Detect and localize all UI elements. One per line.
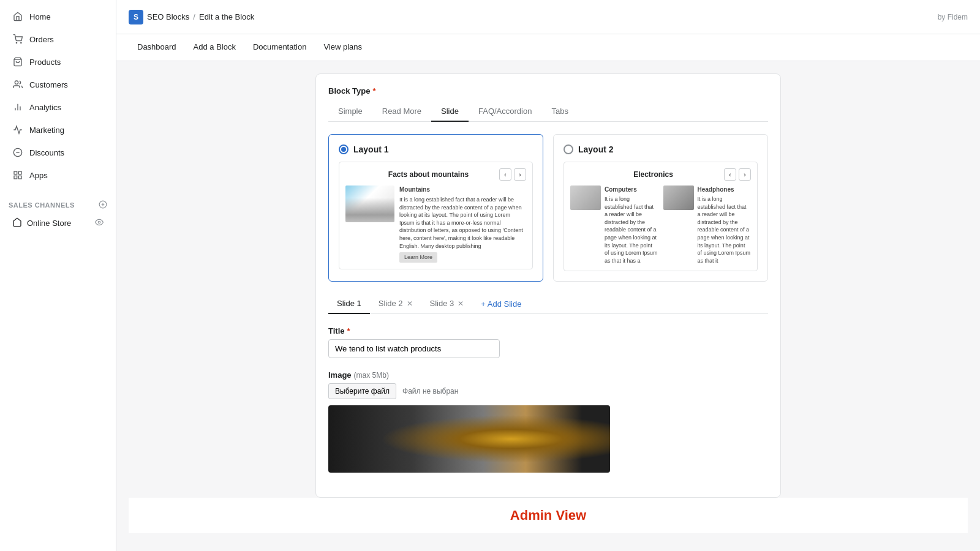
layout2-arrows: ‹ › bbox=[724, 168, 751, 181]
block-type-section: Block Type * Simple Read More Slide FAQ/… bbox=[328, 86, 768, 122]
sidebar-item-home-label: Home bbox=[29, 12, 51, 21]
layout-option-2[interactable]: Layout 2 Electronics ‹ › bbox=[553, 134, 768, 282]
slide-tab-2[interactable]: Slide 2 ✕ bbox=[370, 294, 421, 314]
layout1-arrows: ‹ › bbox=[499, 168, 526, 181]
admin-view-banner: Admin View bbox=[129, 498, 968, 533]
layout2-next-arrow[interactable]: › bbox=[739, 168, 751, 181]
breadcrumb-page-title: Edit a the Block bbox=[199, 12, 254, 21]
slide-tab-1[interactable]: Slide 1 bbox=[328, 294, 370, 314]
page-content: Block Type * Simple Read More Slide FAQ/… bbox=[116, 61, 980, 551]
layout2-item2-body: It is a long established fact that a rea… bbox=[698, 195, 752, 264]
watch-image bbox=[328, 405, 610, 473]
layout2-label: Layout 2 bbox=[578, 144, 614, 154]
sidebar-item-discounts[interactable]: Discounts bbox=[4, 141, 112, 163]
svg-rect-12 bbox=[18, 176, 21, 179]
tab-read-more[interactable]: Read More bbox=[372, 102, 431, 122]
layout-option-1[interactable]: Layout 1 Facts about mountains ‹ › bbox=[328, 134, 543, 282]
required-star: * bbox=[372, 86, 375, 96]
main-content: S SEO Blocks / Edit a the Block by Fidem… bbox=[116, 0, 980, 551]
layout1-next-arrow[interactable]: › bbox=[514, 168, 526, 181]
layout1-preview-body: It is a long established fact that a rea… bbox=[399, 196, 526, 250]
layout2-item1-image bbox=[570, 186, 601, 210]
image-field: Image (max 5Mb) Выберите файл Файл не вы… bbox=[328, 370, 768, 473]
app-icon: S bbox=[129, 10, 143, 24]
svg-rect-10 bbox=[18, 171, 21, 174]
image-preview bbox=[328, 405, 610, 473]
sidebar-item-analytics[interactable]: Analytics bbox=[4, 96, 112, 118]
sidebar-item-home[interactable]: Home bbox=[4, 6, 112, 28]
svg-point-16 bbox=[98, 221, 100, 223]
svg-rect-11 bbox=[14, 176, 17, 179]
sidebar-item-apps[interactable]: Apps bbox=[4, 164, 112, 186]
subnav-link-dashboard[interactable]: Dashboard bbox=[129, 35, 185, 60]
customers-icon bbox=[12, 79, 23, 90]
breadcrumb: S SEO Blocks / Edit a the Block bbox=[129, 10, 254, 24]
slide-tab-3-close[interactable]: ✕ bbox=[458, 299, 464, 308]
page-card: Block Type * Simple Read More Slide FAQ/… bbox=[315, 73, 781, 498]
svg-point-3 bbox=[15, 81, 18, 84]
by-fidem-label: by Fidem bbox=[938, 13, 968, 21]
image-label: Image bbox=[328, 370, 352, 380]
sidebar-item-marketing-label: Marketing bbox=[29, 126, 64, 135]
slide-tab-3[interactable]: Slide 3 ✕ bbox=[421, 294, 473, 314]
layout1-preview: Facts about mountains ‹ › Mountain bbox=[339, 162, 533, 269]
block-type-tabs: Simple Read More Slide FAQ/Accordion Tab… bbox=[328, 102, 768, 122]
block-type-label: Block Type * bbox=[328, 86, 768, 96]
sidebar-item-analytics-label: Analytics bbox=[29, 103, 61, 112]
products-icon bbox=[12, 56, 23, 67]
subnav-link-documentation[interactable]: Documentation bbox=[244, 35, 315, 60]
analytics-icon bbox=[12, 102, 23, 113]
layout2-prev-arrow[interactable]: ‹ bbox=[724, 168, 736, 181]
sidebar-item-customers[interactable]: Customers bbox=[4, 73, 112, 96]
sidebar-item-products[interactable]: Products bbox=[4, 51, 112, 73]
slide-tab-3-label: Slide 3 bbox=[430, 299, 454, 308]
sidebar-item-products-label: Products bbox=[29, 58, 61, 67]
tab-slide[interactable]: Slide bbox=[431, 102, 469, 122]
tab-faq-accordion[interactable]: FAQ/Accordion bbox=[469, 102, 541, 122]
breadcrumb-app-name: SEO Blocks bbox=[147, 12, 189, 21]
svg-rect-9 bbox=[14, 171, 17, 174]
layout2-preview: Electronics ‹ › Computers I bbox=[564, 162, 758, 271]
tab-tabs[interactable]: Tabs bbox=[541, 102, 578, 122]
subnav-link-view-plans[interactable]: View plans bbox=[315, 35, 371, 60]
apps-icon bbox=[12, 170, 23, 181]
add-sales-channel-icon[interactable] bbox=[99, 200, 107, 210]
admin-view-label: Admin View bbox=[510, 508, 586, 523]
layout2-radio[interactable] bbox=[564, 144, 573, 154]
layout2-header: Layout 2 bbox=[564, 144, 758, 154]
home-icon bbox=[12, 11, 23, 22]
layout1-label: Layout 1 bbox=[353, 144, 389, 154]
layout2-item2-title: Headphones bbox=[698, 186, 752, 194]
discounts-icon bbox=[12, 147, 23, 158]
tab-simple[interactable]: Simple bbox=[328, 102, 372, 122]
sidebar-item-customers-label: Customers bbox=[29, 80, 68, 89]
title-label: Title bbox=[328, 326, 345, 335]
breadcrumb-separator: / bbox=[193, 12, 195, 21]
slide-tab-2-close[interactable]: ✕ bbox=[407, 299, 413, 308]
svg-point-1 bbox=[21, 42, 21, 43]
subnav-link-add-block[interactable]: Add a Block bbox=[185, 35, 244, 60]
file-name-label: Файл не выбран bbox=[402, 387, 458, 395]
layout1-radio[interactable] bbox=[339, 144, 349, 154]
add-slide-button[interactable]: + Add Slide bbox=[472, 294, 530, 313]
sidebar-item-orders[interactable]: Orders bbox=[4, 28, 112, 50]
sales-channels-section: SALES CHANNELS bbox=[0, 192, 116, 212]
image-sublabel: (max 5Mb) bbox=[354, 371, 389, 380]
layout1-preview-subtitle: Mountains bbox=[399, 186, 526, 194]
layout1-preview-image bbox=[345, 186, 394, 222]
title-input[interactable] bbox=[328, 339, 500, 358]
slide-tabs-row: Slide 1 Slide 2 ✕ Slide 3 ✕ + Add Slide bbox=[328, 294, 768, 314]
layout1-preview-btn: Learn More bbox=[399, 252, 437, 263]
layout1-prev-arrow[interactable]: ‹ bbox=[499, 168, 511, 181]
sidebar-item-online-store[interactable]: Online Store bbox=[4, 213, 112, 233]
sidebar-item-orders-label: Orders bbox=[29, 35, 54, 44]
layout-selector: Layout 1 Facts about mountains ‹ › bbox=[328, 134, 768, 282]
layout2-preview-title: Electronics bbox=[582, 170, 724, 179]
online-store-visibility-icon[interactable] bbox=[95, 218, 104, 228]
layout2-item2-image bbox=[663, 186, 694, 210]
file-choose-button[interactable]: Выберите файл bbox=[328, 383, 396, 399]
layout1-preview-title: Facts about mountains bbox=[358, 170, 499, 179]
slide-tab-1-label: Slide 1 bbox=[337, 299, 361, 308]
online-store-label: Online Store bbox=[27, 219, 71, 228]
sidebar-item-marketing[interactable]: Marketing bbox=[4, 119, 112, 141]
